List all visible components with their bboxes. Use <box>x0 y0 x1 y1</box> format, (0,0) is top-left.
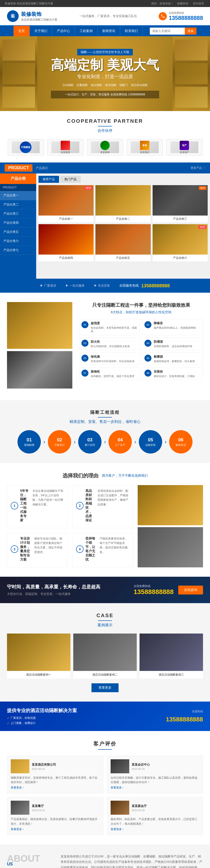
product-card-6[interactable]: NEW 产品名称六 <box>152 224 208 261</box>
products-inner: 产品分类 PRODUCT 产品分类一 产品分类二 产品分类三 产品分类四 产品分… <box>0 174 210 279</box>
why-title-1: 5年专注，隔断工程一站式服务专家 <box>20 489 29 523</box>
reviews-title-en: 客户评价 <box>7 740 203 747</box>
feature-desc-8: 模块化设计，安装简便快捷，工期短 <box>154 374 195 378</box>
partners-section: COOPERATIVE PARTNER 合作伙伴 中国建筑 某某集团 某某装饰 <box>0 111 210 162</box>
cta-banner2: 提供专业的酒店活动隔断解决方案 ✓ 厂家直供，价格优惠 ✓ 上门测量，免费设计 … <box>0 702 210 731</box>
sidebar-item-6[interactable]: 产品分类六 <box>0 237 36 246</box>
nav-products[interactable]: 产品中心 <box>52 26 75 36</box>
case-img-1 <box>7 633 70 671</box>
review-img-2 <box>111 759 129 773</box>
cta-phone-area: 全国免费热线 13588888888 <box>134 584 174 596</box>
feature-num-2: 02 <box>144 321 151 328</box>
feature-content-6: 耐磨损 表面特殊处理，耐磨防刮，经久耐用 <box>154 354 195 363</box>
sidebar-item-5[interactable]: 产品分类五 <box>0 227 36 237</box>
review-item-3: 某某餐厅 2023-04-10 产品质量很好，隔音效果出色，安装快速整洁，给餐厅… <box>7 797 103 835</box>
cta2-phone-label: 全国热线 <box>192 710 203 713</box>
nav-home[interactable]: 首页 <box>13 26 30 36</box>
cta-banner: 守时间，高质量，高承重，长寿命，总是超高 大型全行业、高端定制、专业安装、一站式… <box>0 577 210 603</box>
proc-num-6: 06 <box>178 437 183 442</box>
reviews-grid: 某某酒店有限公司 2023-06-15 隔断质量非常好，安装师傅很专业，整个工程… <box>7 755 203 835</box>
header-right: 全国免费热线 13588888888 <box>159 11 203 21</box>
cta2-title: 提供专业的酒店活动隔断解决方案 <box>7 707 77 714</box>
review-date-3: 2023-04-10 <box>32 809 45 812</box>
case-item-3[interactable]: 酒店活动隔断案例三 <box>140 633 203 679</box>
why-num-4: 4 <box>76 546 83 553</box>
process-step-2: 02 方案设计 <box>48 430 71 454</box>
cases-more-btn[interactable]: 查看更多 <box>92 683 118 692</box>
products-content: 推荐产品 热门产品 NEW 产品名称一 产品名称二 HOT 产品名称三 <box>36 174 210 279</box>
logo-text: 装修装饰 <box>21 11 58 18</box>
review-header-1: 某某酒店有限公司 2023-06-15 <box>11 759 100 773</box>
check-icon-2: ✓ <box>7 722 9 725</box>
process-step-4: 04 工厂生产 <box>108 430 132 454</box>
feature-title-6: 耐磨损 <box>154 354 195 359</box>
feature-item-4: 04 防潮湿 采用防潮材料，适合各种潮湿环境 <box>142 338 203 350</box>
case-label-1: 酒店活动隔断案例一 <box>7 671 70 679</box>
products-grid: NEW 产品名称一 产品名称二 HOT 产品名称三 产品名称四 <box>38 185 208 261</box>
about-section: ABOUT US 某某装饰 高品质酒店隔断工程解决方案，提供 了解更多 某某装饰… <box>0 844 210 868</box>
partner-item-5: 地产 某某地产 <box>166 139 203 155</box>
sidebar-item-7[interactable]: 产品分类七 <box>0 246 36 255</box>
cta-right: 全国免费热线 13588888888 在线咨询 <box>134 584 203 596</box>
product-card-5[interactable]: 产品名称五 <box>96 224 150 261</box>
cta2-check-text-2: 上门测量，免费设计 <box>10 721 36 725</box>
sidebar-item-2[interactable]: 产品分类二 <box>0 200 36 209</box>
review-more-2[interactable]: 查看更多 › <box>111 786 200 790</box>
product-card-1[interactable]: NEW 产品名称一 <box>38 185 94 222</box>
why-desc-1: 专业从事活动隔断生产和安装，5年以上行业经验，为客户提供一站式整体解决方案。 <box>32 489 64 524</box>
feature-title-5: 绿色漆 <box>91 354 134 359</box>
cases-section: CASE 案例展示 酒店活动隔断案例一 酒店活动隔断案例二 酒店活动隔断案例三 … <box>0 603 210 702</box>
review-item-4: 某某宴会厅 2023-03-28 服务周到，响应及时，产品质量过硬，安装效果美观… <box>107 797 203 835</box>
review-more-4[interactable]: 查看更多 › <box>111 827 200 831</box>
top-bar-collect[interactable]: 收藏本站 <box>177 2 188 6</box>
sidebar-item-4[interactable]: 产品分类四 <box>0 218 36 227</box>
tab-recommended[interactable]: 推荐产品 <box>38 176 59 183</box>
feature-desc-5: 所有涂料均为环保材料，符合绿色标准 <box>91 360 134 363</box>
sidebar-item-3[interactable]: 产品分类三 <box>0 209 36 218</box>
partners-title-zh: 合作伙伴 <box>5 128 205 133</box>
case-item-2[interactable]: 酒店活动隔断案例二 <box>73 633 137 679</box>
sidebar-sub: PRODUCT <box>0 184 36 191</box>
nav-about[interactable]: 关于我们 <box>30 26 52 36</box>
feature-title-3: 防火性 <box>91 340 130 344</box>
why-choose-title-row: 选择我们的理由 因为客户，万于不断在选择我们 <box>7 472 203 479</box>
proc-arrow-1: › <box>41 439 48 445</box>
top-bar-home[interactable]: 设为首页 <box>193 2 204 6</box>
feature-num-6: 06 <box>144 354 151 362</box>
features-left <box>7 302 72 391</box>
nav-cases[interactable]: 工程案例 <box>75 26 98 36</box>
search-input[interactable] <box>150 28 185 34</box>
why-choose-title: 选择我们的理由 <box>63 472 99 479</box>
products-more-link[interactable]: 更多产品 → <box>190 166 205 170</box>
proc-num-5: 05 <box>148 437 153 442</box>
banner2-phone-label: 全国服务热线 <box>119 284 139 288</box>
why-title-4: 坚持每个细节，让客户无后顾之忧 <box>85 536 96 562</box>
product-card-2[interactable]: 产品名称二 <box>96 185 150 222</box>
cta-btn[interactable]: 在线咨询 <box>178 586 203 594</box>
feature-content-2: 降噪音 隔声量达到50dB以上，有效隔音降噪 <box>154 321 196 330</box>
review-img-1 <box>11 759 29 773</box>
phone-label: 全国免费热线 <box>169 11 203 15</box>
cases-title-zh: 案例展示 <box>7 623 203 628</box>
feature-content-4: 防潮湿 采用防潮材料，适合各种潮湿环境 <box>154 340 192 348</box>
nav-contact[interactable]: 联系我们 <box>120 26 143 36</box>
sidebar-item-1[interactable]: 产品分类一 <box>0 191 36 200</box>
reviews-title: 客户评价 <box>7 740 203 750</box>
review-more-1[interactable]: 查看更多 › <box>11 786 100 790</box>
review-more-3[interactable]: 查看更多 › <box>11 827 100 831</box>
feature-desc-6: 表面特殊处理，耐磨防刮，经久耐用 <box>154 360 195 363</box>
banner2: ▶ 厂家直供 ▶ 一站式服务 ▶ 专业安装 全国服务热线 13588888888 <box>0 279 210 293</box>
case-item-1[interactable]: 酒店活动隔断案例一 <box>7 633 70 679</box>
features-img-2 <box>7 351 72 389</box>
partner-logo-2: 某某集团 <box>61 141 70 154</box>
nav-news[interactable]: 新闻资讯 <box>98 26 120 36</box>
review-img-4 <box>111 801 129 815</box>
product-card-3[interactable]: HOT 产品名称三 <box>152 185 208 222</box>
tab-hot[interactable]: 热门产品 <box>60 176 81 183</box>
why-num-2: 2 <box>76 502 83 509</box>
product-card-4[interactable]: 产品名称四 <box>38 224 94 261</box>
cta2-left: 提供专业的酒店活动隔断解决方案 ✓ 厂家直供，价格优惠 ✓ 上门测量，免费设计 <box>7 707 77 725</box>
about-right: 某某装饰有限公司成立于2010年，是一家专业从事活动隔断、折叠隔断、推拉隔断等产… <box>61 854 203 868</box>
search-button[interactable]: 搜索 <box>185 28 197 35</box>
feature-content-5: 绿色漆 所有涂料均为环保材料，符合绿色标准 <box>91 354 134 363</box>
